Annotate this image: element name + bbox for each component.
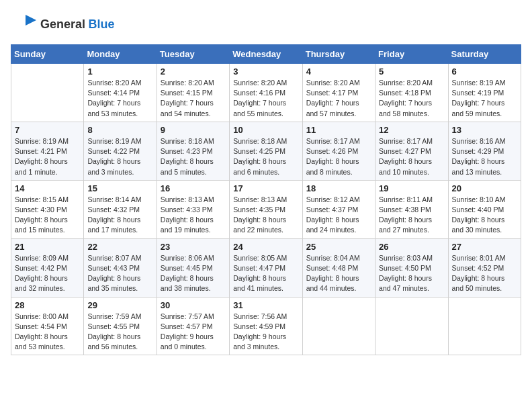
day-number: 21	[15, 242, 80, 252]
day-info: Sunrise: 8:09 AM Sunset: 4:42 PM Dayligh…	[15, 253, 80, 294]
day-info: Sunrise: 8:20 AM Sunset: 4:14 PM Dayligh…	[87, 78, 152, 119]
calendar-cell: 20Sunrise: 8:10 AM Sunset: 4:40 PM Dayli…	[448, 180, 521, 238]
calendar-cell: 1Sunrise: 8:20 AM Sunset: 4:14 PM Daylig…	[84, 64, 157, 122]
day-info: Sunrise: 7:57 AM Sunset: 4:57 PM Dayligh…	[161, 312, 226, 353]
day-info: Sunrise: 8:18 AM Sunset: 4:23 PM Dayligh…	[161, 136, 226, 177]
calendar-cell: 3Sunrise: 8:20 AM Sunset: 4:16 PM Daylig…	[230, 64, 302, 122]
weekday-header: Thursday	[302, 45, 375, 64]
day-number: 3	[233, 66, 298, 77]
calendar-cell: 18Sunrise: 8:12 AM Sunset: 4:37 PM Dayli…	[302, 180, 375, 238]
calendar-cell: 16Sunrise: 8:13 AM Sunset: 4:33 PM Dayli…	[157, 180, 229, 238]
calendar-cell: 29Sunrise: 7:59 AM Sunset: 4:55 PM Dayli…	[84, 297, 157, 355]
calendar-cell: 25Sunrise: 8:04 AM Sunset: 4:48 PM Dayli…	[302, 238, 375, 297]
day-info: Sunrise: 8:15 AM Sunset: 4:30 PM Dayligh…	[15, 195, 80, 236]
day-info: Sunrise: 8:01 AM Sunset: 4:52 PM Dayligh…	[452, 253, 517, 294]
day-info: Sunrise: 8:03 AM Sunset: 4:50 PM Dayligh…	[379, 253, 444, 294]
day-info: Sunrise: 8:20 AM Sunset: 4:15 PM Dayligh…	[161, 78, 226, 119]
day-number: 14	[15, 183, 80, 193]
calendar-cell: 19Sunrise: 8:11 AM Sunset: 4:38 PM Dayli…	[375, 180, 448, 238]
day-number: 12	[379, 125, 444, 135]
day-info: Sunrise: 8:20 AM Sunset: 4:17 PM Dayligh…	[306, 78, 371, 119]
day-number: 15	[87, 183, 152, 193]
day-info: Sunrise: 8:13 AM Sunset: 4:35 PM Dayligh…	[233, 195, 298, 236]
calendar-cell: 13Sunrise: 8:16 AM Sunset: 4:29 PM Dayli…	[448, 122, 521, 180]
calendar-cell: 30Sunrise: 7:57 AM Sunset: 4:57 PM Dayli…	[157, 297, 229, 355]
day-info: Sunrise: 8:20 AM Sunset: 4:18 PM Dayligh…	[379, 78, 444, 119]
day-info: Sunrise: 8:17 AM Sunset: 4:27 PM Dayligh…	[379, 136, 444, 177]
day-number: 29	[87, 300, 152, 310]
day-info: Sunrise: 8:19 AM Sunset: 4:21 PM Dayligh…	[15, 136, 80, 177]
weekday-header: Sunday	[11, 45, 84, 64]
day-number: 2	[161, 66, 226, 77]
calendar-cell: 8Sunrise: 8:19 AM Sunset: 4:22 PM Daylig…	[84, 122, 157, 180]
day-number: 1	[87, 66, 152, 77]
day-info: Sunrise: 8:06 AM Sunset: 4:45 PM Dayligh…	[161, 253, 226, 294]
day-info: Sunrise: 8:10 AM Sunset: 4:40 PM Dayligh…	[452, 195, 517, 236]
day-number: 26	[379, 242, 444, 252]
day-info: Sunrise: 8:00 AM Sunset: 4:54 PM Dayligh…	[15, 312, 80, 353]
day-number: 23	[161, 242, 226, 252]
calendar-cell: 10Sunrise: 8:18 AM Sunset: 4:25 PM Dayli…	[230, 122, 302, 180]
calendar-cell: 28Sunrise: 8:00 AM Sunset: 4:54 PM Dayli…	[11, 297, 84, 355]
day-info: Sunrise: 8:16 AM Sunset: 4:29 PM Dayligh…	[452, 136, 517, 177]
day-info: Sunrise: 8:18 AM Sunset: 4:25 PM Dayligh…	[233, 136, 298, 177]
day-number: 27	[452, 242, 517, 252]
day-number: 20	[452, 183, 517, 193]
day-info: Sunrise: 8:07 AM Sunset: 4:43 PM Dayligh…	[87, 253, 152, 294]
svg-marker-0	[26, 15, 36, 26]
calendar-cell: 11Sunrise: 8:17 AM Sunset: 4:26 PM Dayli…	[302, 122, 375, 180]
day-info: Sunrise: 8:19 AM Sunset: 4:19 PM Dayligh…	[452, 78, 517, 119]
day-info: Sunrise: 8:11 AM Sunset: 4:38 PM Dayligh…	[379, 195, 444, 236]
page-header: General Blue	[11, 11, 521, 38]
calendar-cell: 5Sunrise: 8:20 AM Sunset: 4:18 PM Daylig…	[375, 64, 448, 122]
calendar-cell	[448, 297, 521, 355]
day-number: 30	[161, 300, 226, 310]
day-info: Sunrise: 8:04 AM Sunset: 4:48 PM Dayligh…	[306, 253, 371, 294]
day-number: 9	[161, 125, 226, 135]
day-number: 11	[306, 125, 371, 135]
day-info: Sunrise: 8:20 AM Sunset: 4:16 PM Dayligh…	[233, 78, 298, 119]
day-number: 13	[452, 125, 517, 135]
calendar-cell	[375, 297, 448, 355]
day-number: 16	[161, 183, 226, 193]
calendar-cell: 15Sunrise: 8:14 AM Sunset: 4:32 PM Dayli…	[84, 180, 157, 238]
calendar-cell: 27Sunrise: 8:01 AM Sunset: 4:52 PM Dayli…	[448, 238, 521, 297]
calendar-cell: 9Sunrise: 8:18 AM Sunset: 4:23 PM Daylig…	[157, 122, 229, 180]
weekday-header: Friday	[375, 45, 448, 64]
day-number: 17	[233, 183, 298, 193]
calendar-cell: 22Sunrise: 8:07 AM Sunset: 4:43 PM Dayli…	[84, 238, 157, 297]
calendar-cell: 21Sunrise: 8:09 AM Sunset: 4:42 PM Dayli…	[11, 238, 84, 297]
day-number: 28	[15, 300, 80, 310]
day-number: 31	[233, 300, 298, 310]
day-number: 7	[15, 125, 80, 135]
day-info: Sunrise: 8:05 AM Sunset: 4:47 PM Dayligh…	[233, 253, 298, 294]
calendar-cell	[302, 297, 375, 355]
calendar-cell	[11, 64, 84, 122]
day-number: 25	[306, 242, 371, 252]
logo-wordmark: General Blue	[40, 17, 115, 32]
logo-icon	[11, 11, 38, 38]
day-number: 22	[87, 242, 152, 252]
day-info: Sunrise: 7:56 AM Sunset: 4:59 PM Dayligh…	[233, 312, 298, 353]
day-info: Sunrise: 8:19 AM Sunset: 4:22 PM Dayligh…	[87, 136, 152, 177]
calendar-cell: 12Sunrise: 8:17 AM Sunset: 4:27 PM Dayli…	[375, 122, 448, 180]
calendar-cell: 31Sunrise: 7:56 AM Sunset: 4:59 PM Dayli…	[230, 297, 302, 355]
weekday-header: Saturday	[448, 45, 521, 64]
day-number: 8	[87, 125, 152, 135]
day-number: 24	[233, 242, 298, 252]
calendar-cell: 2Sunrise: 8:20 AM Sunset: 4:15 PM Daylig…	[157, 64, 229, 122]
calendar-cell: 17Sunrise: 8:13 AM Sunset: 4:35 PM Dayli…	[230, 180, 302, 238]
day-number: 10	[233, 125, 298, 135]
calendar-cell: 7Sunrise: 8:19 AM Sunset: 4:21 PM Daylig…	[11, 122, 84, 180]
day-number: 5	[379, 66, 444, 77]
day-number: 4	[306, 66, 371, 77]
weekday-header: Tuesday	[157, 45, 229, 64]
calendar-cell: 26Sunrise: 8:03 AM Sunset: 4:50 PM Dayli…	[375, 238, 448, 297]
weekday-header: Wednesday	[230, 45, 302, 64]
calendar-cell: 4Sunrise: 8:20 AM Sunset: 4:17 PM Daylig…	[302, 64, 375, 122]
calendar-cell: 6Sunrise: 8:19 AM Sunset: 4:19 PM Daylig…	[448, 64, 521, 122]
logo: General Blue	[11, 11, 115, 38]
day-info: Sunrise: 7:59 AM Sunset: 4:55 PM Dayligh…	[87, 312, 152, 353]
calendar-cell: 23Sunrise: 8:06 AM Sunset: 4:45 PM Dayli…	[157, 238, 229, 297]
calendar-cell: 24Sunrise: 8:05 AM Sunset: 4:47 PM Dayli…	[230, 238, 302, 297]
